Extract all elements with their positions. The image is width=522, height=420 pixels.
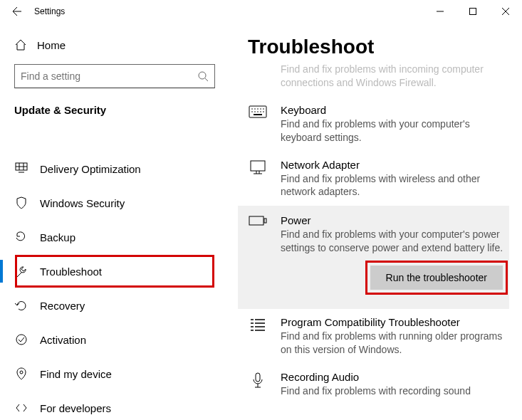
network-adapter-icon: [248, 160, 268, 177]
svg-point-7: [254, 108, 256, 110]
svg-point-12: [254, 111, 256, 112]
sidebar-item-for-developers[interactable]: For developers: [14, 391, 215, 420]
svg-rect-0: [470, 9, 476, 15]
find-my-device-icon: [14, 367, 28, 381]
titlebar: Settings: [0, 0, 522, 23]
power-icon: [248, 216, 268, 233]
ts-item-incoming-connections[interactable]: Find and fix problems with incoming comp…: [248, 63, 508, 97]
svg-point-11: [251, 111, 253, 112]
ts-desc: Find and fix problems with incoming comp…: [281, 63, 508, 90]
sidebar-item-delivery-optimization[interactable]: Delivery Optimization: [14, 152, 215, 186]
ts-item-keyboard[interactable]: Keyboard Find and fix problems with your…: [248, 97, 508, 152]
delivery-optimization-icon: [14, 162, 28, 176]
sidebar-item-windows-security[interactable]: Windows Security: [14, 186, 215, 220]
content: Troubleshoot Find and fix problems with …: [229, 23, 522, 420]
ts-desc: Find and fix problems with running older…: [281, 330, 508, 357]
svg-point-10: [263, 108, 264, 110]
svg-point-9: [260, 108, 261, 110]
page-title: Troubleshoot: [248, 36, 508, 58]
ts-desc: Find and fix problems with recording sou…: [281, 384, 508, 398]
ts-desc: Find and fix problems with your computer…: [281, 228, 508, 255]
svg-rect-16: [254, 114, 262, 115]
nav-label: Recovery: [40, 300, 85, 312]
svg-point-13: [257, 111, 259, 112]
nav-label: Windows Security: [40, 197, 125, 209]
section-header: Update & Security: [14, 104, 215, 116]
sidebar-item-backup[interactable]: Backup: [14, 220, 215, 254]
sidebar-item-activation[interactable]: Activation: [14, 322, 215, 357]
home-button[interactable]: Home: [14, 31, 215, 64]
program-compatibility-icon: [248, 317, 268, 335]
close-icon: [502, 8, 509, 15]
sidebar-item-recovery[interactable]: Recovery: [14, 288, 215, 322]
svg-point-6: [251, 108, 253, 110]
ts-desc: Find and fix problems with wireless and …: [281, 172, 508, 199]
search-input[interactable]: [21, 70, 197, 82]
arrow-left-icon: [11, 6, 23, 17]
back-button[interactable]: [0, 0, 34, 23]
maximize-icon: [469, 8, 476, 15]
svg-point-4: [20, 371, 23, 374]
svg-point-14: [260, 111, 261, 112]
svg-point-3: [16, 335, 26, 345]
home-icon: [14, 38, 27, 51]
run-troubleshooter-button[interactable]: Run the troubleshooter: [370, 266, 503, 290]
sidebar: Home Update & Security Delivery Optimiza…: [0, 23, 229, 420]
windows-security-icon: [14, 196, 28, 210]
ts-item-program-compatibility[interactable]: Program Compatibility Troubleshooter Fin…: [248, 309, 508, 364]
recording-audio-icon: [248, 372, 268, 389]
for-developers-icon: [14, 401, 28, 415]
minimize-icon: [437, 8, 444, 15]
troubleshoot-icon: [14, 264, 28, 278]
nav-label: Delivery Optimization: [40, 163, 141, 175]
keyboard-icon: [248, 105, 268, 122]
main: Home Update & Security Delivery Optimiza…: [0, 23, 522, 420]
ts-title: Keyboard: [281, 104, 508, 116]
svg-point-15: [263, 111, 264, 112]
svg-rect-20: [256, 373, 260, 382]
maximize-button[interactable]: [456, 0, 489, 23]
home-label: Home: [37, 39, 66, 51]
nav-label: For developers: [40, 402, 111, 414]
nav-label: Troubleshoot: [40, 266, 102, 278]
troubleshooter-list: Find and fix problems with incoming comp…: [248, 63, 508, 405]
ts-title: Recording Audio: [281, 371, 508, 383]
ts-title: Network Adapter: [281, 159, 508, 171]
close-button[interactable]: [489, 0, 522, 23]
svg-rect-18: [249, 216, 263, 225]
svg-rect-19: [264, 219, 266, 223]
nav-label: Activation: [40, 334, 86, 346]
ts-title: Program Compatibility Troubleshooter: [281, 316, 508, 328]
placeholder-icon: [248, 64, 268, 81]
nav-label: Backup: [40, 231, 75, 243]
search-icon: [197, 70, 209, 82]
svg-point-1: [199, 72, 206, 79]
sidebar-item-find-my-device[interactable]: Find my device: [14, 357, 215, 391]
ts-item-network-adapter[interactable]: Network Adapter Find and fix problems wi…: [248, 152, 508, 206]
ts-item-recording-audio[interactable]: Recording Audio Find and fix problems wi…: [248, 364, 508, 405]
sidebar-item-troubleshoot[interactable]: Troubleshoot: [14, 254, 215, 288]
svg-rect-17: [251, 161, 265, 171]
run-highlight: Run the troubleshooter: [365, 261, 508, 295]
ts-desc: Find and fix problems with your computer…: [281, 117, 508, 145]
ts-item-power[interactable]: Power Find and fix problems with your co…: [238, 206, 509, 309]
svg-point-8: [257, 108, 259, 110]
recovery-icon: [14, 298, 28, 313]
activation-icon: [14, 332, 28, 347]
nav-label: Find my device: [40, 368, 112, 380]
window-title: Settings: [34, 6, 65, 16]
ts-title: Power: [281, 214, 508, 226]
minimize-button[interactable]: [424, 0, 456, 23]
caption-buttons: [424, 0, 522, 23]
backup-icon: [14, 230, 28, 244]
search-box[interactable]: [14, 64, 215, 88]
nav-list: Delivery Optimization Windows Security B…: [14, 152, 215, 420]
